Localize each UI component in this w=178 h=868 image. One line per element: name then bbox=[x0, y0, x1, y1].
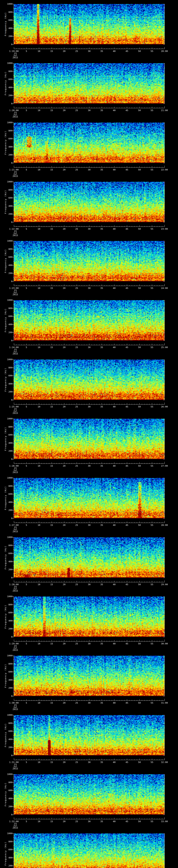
y-tick-label: 600 bbox=[5, 434, 12, 436]
y-tick-label: 200 bbox=[5, 35, 12, 37]
y-tick-label: 400 bbox=[5, 560, 12, 563]
y-tick-label: 0 bbox=[5, 102, 12, 105]
x-end-time-label: 21:00 bbox=[157, 109, 172, 112]
y-tick-label: 600 bbox=[5, 789, 12, 792]
y-tick-label: 800 bbox=[5, 248, 12, 250]
y-tick-label: 600 bbox=[5, 256, 12, 258]
y-tick-label: 200 bbox=[5, 272, 12, 274]
x-end-time-label: 26:00 bbox=[157, 406, 172, 408]
y-tick-label: 800 bbox=[5, 426, 12, 428]
y-tick-label: 1000 bbox=[5, 417, 12, 420]
date-year-label: 2015 bbox=[7, 530, 23, 533]
date-year-label: 2015 bbox=[7, 768, 23, 770]
spectrogram-panel: Frequency (Hz)100080060040020001:33:0051… bbox=[0, 830, 178, 868]
x-end-time-label: 20:00 bbox=[157, 50, 172, 52]
x-end-time-label: 24:00 bbox=[157, 287, 172, 289]
y-tick-label: 600 bbox=[5, 730, 12, 732]
y-tick-label: 200 bbox=[5, 687, 12, 689]
y-tick-label: 600 bbox=[5, 493, 12, 495]
y-tick-label: 800 bbox=[5, 544, 12, 547]
x-end-time-label: 28:00 bbox=[157, 524, 172, 526]
axes-ticks bbox=[0, 830, 178, 868]
x-end-time-label: 30:00 bbox=[157, 643, 172, 645]
y-tick-label: 400 bbox=[5, 323, 12, 326]
y-tick-label: 400 bbox=[5, 27, 12, 29]
spectrogram-panel: Frequency (Hz)100080060040020001:22:0051… bbox=[0, 178, 178, 237]
spectrogram-panel: Frequency (Hz)100080060040020001:29:0051… bbox=[0, 592, 178, 652]
date-year-label: 2015 bbox=[7, 56, 23, 59]
axis-lines bbox=[12, 300, 165, 345]
y-tick-label: 1000 bbox=[5, 121, 12, 124]
y-tick-label: 400 bbox=[5, 442, 12, 444]
y-tick-label: 0 bbox=[5, 458, 12, 460]
y-tick-label: 800 bbox=[5, 781, 12, 783]
date-year-label: 2015 bbox=[7, 649, 23, 651]
axis-lines bbox=[12, 537, 165, 582]
date-year-label: 2015 bbox=[7, 234, 23, 237]
y-tick-label: 1000 bbox=[5, 358, 12, 361]
y-tick-label: 0 bbox=[5, 517, 12, 519]
x-end-time-label: 25:00 bbox=[157, 346, 172, 348]
spectrogram-panel: Frequency (Hz)100080060040020001:26:0051… bbox=[0, 415, 178, 474]
y-tick-label: 200 bbox=[5, 865, 12, 867]
date-year-label: 2015 bbox=[7, 352, 23, 355]
y-tick-label: 1000 bbox=[5, 714, 12, 716]
date-year-label: 2015 bbox=[7, 708, 23, 710]
y-tick-label: 0 bbox=[5, 399, 12, 401]
y-tick-label: 1000 bbox=[5, 536, 12, 538]
spectrogram-panel: Frequency (Hz)100080060040020001:25:0051… bbox=[0, 355, 178, 415]
y-tick-label: 1000 bbox=[5, 654, 12, 657]
y-tick-label: 0 bbox=[5, 636, 12, 638]
y-tick-label: 1000 bbox=[5, 773, 12, 775]
x-end-time-label: 23:00 bbox=[157, 228, 172, 230]
y-tick-label: 600 bbox=[5, 78, 12, 81]
spectrogram-panel: Frequency (Hz)100080060040020001:23:0051… bbox=[0, 237, 178, 296]
y-tick-label: 800 bbox=[5, 11, 12, 13]
spectrogram-panel: Frequency (Hz)100080060040020001:20:0051… bbox=[0, 59, 178, 119]
y-tick-label: 200 bbox=[5, 568, 12, 570]
y-tick-label: 1000 bbox=[5, 3, 12, 5]
y-tick-label: 800 bbox=[5, 307, 12, 309]
axis-lines bbox=[12, 4, 165, 49]
y-tick-label: 0 bbox=[5, 162, 12, 164]
date-year-label: 2015 bbox=[7, 293, 23, 296]
y-tick-label: 400 bbox=[5, 679, 12, 681]
y-tick-label: 0 bbox=[5, 280, 12, 282]
axis-lines bbox=[12, 241, 165, 286]
y-tick-label: 400 bbox=[5, 501, 12, 503]
axis-lines bbox=[12, 478, 165, 523]
y-tick-label: 1000 bbox=[5, 477, 12, 479]
y-tick-label: 400 bbox=[5, 620, 12, 622]
y-tick-label: 600 bbox=[5, 197, 12, 199]
date-year-label: 2015 bbox=[7, 827, 23, 829]
spectrogram-panel: Frequency (Hz)100080060040020001:21:0051… bbox=[0, 119, 178, 178]
y-tick-label: 800 bbox=[5, 70, 12, 72]
y-tick-label: 0 bbox=[5, 695, 12, 697]
y-tick-label: 600 bbox=[5, 137, 12, 140]
x-end-time-label: 33:00 bbox=[157, 820, 172, 823]
date-year-label: 2015 bbox=[7, 590, 23, 592]
spectrogram-panel: Frequency (Hz)100080060040020001:19:0051… bbox=[0, 0, 178, 59]
y-tick-label: 800 bbox=[5, 663, 12, 665]
y-tick-label: 800 bbox=[5, 189, 12, 191]
spectrogram-panel: Frequency (Hz)100080060040020001:30:0051… bbox=[0, 652, 178, 711]
y-tick-label: 400 bbox=[5, 205, 12, 207]
y-tick-label: 400 bbox=[5, 738, 12, 740]
axis-lines bbox=[12, 419, 165, 464]
spectrogram-panel: Frequency (Hz)100080060040020001:27:0051… bbox=[0, 474, 178, 533]
date-year-label: 2015 bbox=[7, 175, 23, 177]
y-tick-label: 600 bbox=[5, 552, 12, 555]
y-tick-label: 1000 bbox=[5, 299, 12, 301]
x-end-time-label: 32:00 bbox=[157, 761, 172, 763]
spectrogram-figure: Frequency (Hz)100080060040020001:19:0051… bbox=[0, 0, 178, 868]
y-tick-label: 600 bbox=[5, 848, 12, 850]
y-tick-label: 600 bbox=[5, 612, 12, 614]
y-tick-label: 1000 bbox=[5, 62, 12, 64]
axis-lines bbox=[12, 123, 165, 167]
y-tick-label: 200 bbox=[5, 154, 12, 156]
x-end-time-label: 29:00 bbox=[157, 583, 172, 586]
y-tick-label: 0 bbox=[5, 43, 12, 45]
y-tick-label: 800 bbox=[5, 367, 12, 369]
y-tick-label: 400 bbox=[5, 146, 12, 148]
y-tick-label: 200 bbox=[5, 331, 12, 334]
